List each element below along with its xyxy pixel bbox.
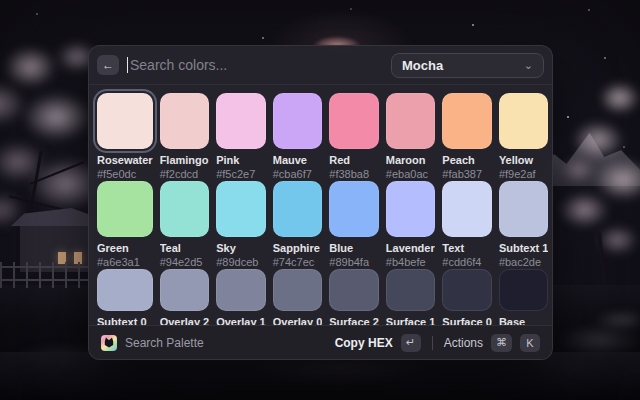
extension-name: Search Palette: [125, 336, 204, 350]
color-swatch: [499, 181, 549, 237]
color-swatch: [273, 93, 323, 149]
color-swatch-cell[interactable]: Yellow#f9e2af: [499, 93, 549, 181]
color-swatch: [442, 181, 492, 237]
actions-button[interactable]: Actions: [444, 336, 483, 350]
color-swatch-cell[interactable]: Maroon#eba0ac: [386, 93, 436, 181]
color-swatch-cell[interactable]: Peach#fab387: [442, 93, 492, 181]
swatch-name: Mauve: [273, 154, 323, 167]
copy-hex-button[interactable]: Copy HEX: [335, 336, 393, 350]
color-swatch-cell[interactable]: Text#cdd6f4: [442, 181, 492, 269]
color-swatch-cell[interactable]: Overlay 0: [273, 269, 323, 325]
color-swatch: [273, 269, 323, 311]
swatch-hex: #74c7ec: [273, 256, 323, 269]
swatch-name: Base: [499, 316, 549, 325]
color-swatch-cell[interactable]: Blue#89b4fa: [329, 181, 379, 269]
color-swatch-cell[interactable]: Surface 1: [386, 269, 436, 325]
swatch-hex: #f2cdcd: [160, 168, 210, 181]
swatch-name: Red: [329, 154, 379, 167]
swatch-hex: #f5e0dc: [97, 168, 153, 181]
color-swatch-cell[interactable]: Subtext 0: [97, 269, 153, 325]
color-swatch-cell[interactable]: Overlay 2: [160, 269, 210, 325]
color-swatch: [216, 181, 266, 237]
swatch-name: Rosewater: [97, 154, 153, 167]
color-swatch-cell[interactable]: Surface 2: [329, 269, 379, 325]
catppuccin-logo-icon: [101, 335, 117, 351]
back-button[interactable]: ←: [97, 55, 119, 75]
swatch-name: Subtext 0: [97, 316, 153, 325]
search-input[interactable]: [130, 57, 383, 73]
cmd-key-icon[interactable]: ⌘: [491, 334, 512, 352]
swatch-name: Blue: [329, 242, 379, 255]
swatch-name: Yellow: [499, 154, 549, 167]
swatch-hex: #89dceb: [216, 256, 266, 269]
footer-divider: [432, 336, 433, 350]
color-swatch-cell[interactable]: Overlay 1: [216, 269, 266, 325]
color-swatch-cell[interactable]: Mauve#cba6f7: [273, 93, 323, 181]
swatch-hex: #cdd6f4: [442, 256, 492, 269]
color-swatch-cell[interactable]: Red#f38ba8: [329, 93, 379, 181]
swatch-hex: #b4befe: [386, 256, 436, 269]
color-grid: Rosewater#f5e0dcFlamingo#f2cdcdPink#f5c2…: [89, 85, 552, 325]
enter-key-icon[interactable]: ↵: [401, 334, 421, 352]
search-header: ← Mocha ⌄: [89, 46, 552, 85]
color-swatch-cell[interactable]: Pink#f5c2e7: [216, 93, 266, 181]
color-swatch-cell[interactable]: Rosewater#f5e0dc: [97, 93, 153, 181]
swatch-hex: #a6e3a1: [97, 256, 153, 269]
color-swatch-cell[interactable]: Sapphire#74c7ec: [273, 181, 323, 269]
moon-reflection: [250, 356, 430, 386]
action-bar: Search Palette Copy HEX ↵ Actions ⌘ K: [89, 325, 552, 359]
color-swatch: [442, 93, 492, 149]
color-swatch: [273, 181, 323, 237]
color-swatch: [160, 93, 210, 149]
swatch-name: Text: [442, 242, 492, 255]
color-swatch: [329, 181, 379, 237]
color-swatch-cell[interactable]: Sky#89dceb: [216, 181, 266, 269]
color-swatch: [386, 93, 436, 149]
back-arrow-icon: ←: [102, 58, 114, 72]
swatch-name: Sapphire: [273, 242, 323, 255]
color-swatch-cell[interactable]: Teal#94e2d5: [160, 181, 210, 269]
text-caret: [127, 57, 128, 73]
color-swatch-cell[interactable]: Lavender#b4befe: [386, 181, 436, 269]
color-swatch: [386, 181, 436, 237]
swatch-hex: #bac2de: [499, 256, 549, 269]
cherry-tree-right: [548, 58, 640, 273]
swatch-hex: #f38ba8: [329, 168, 379, 181]
swatch-hex: #89b4fa: [329, 256, 379, 269]
color-swatch-cell[interactable]: Subtext 1#bac2de: [499, 181, 549, 269]
flavor-dropdown-value: Mocha: [402, 58, 443, 73]
color-swatch: [386, 269, 436, 311]
color-swatch: [216, 269, 266, 311]
swatch-name: Maroon: [386, 154, 436, 167]
color-swatch-cell[interactable]: Green#a6e3a1: [97, 181, 153, 269]
swatch-hex: #eba0ac: [386, 168, 436, 181]
color-swatch: [329, 269, 379, 311]
color-swatch: [97, 181, 153, 237]
swatch-name: Surface 2: [329, 316, 379, 325]
color-swatch: [442, 269, 492, 311]
swatch-name: Peach: [442, 154, 492, 167]
search-field-wrap: [127, 57, 383, 73]
color-swatch-cell[interactable]: Base: [499, 269, 549, 325]
swatch-hex: #f5c2e7: [216, 168, 266, 181]
swatch-name: Surface 0: [442, 316, 492, 325]
k-key-icon[interactable]: K: [520, 334, 540, 352]
swatch-name: Flamingo: [160, 154, 210, 167]
swatch-name: Green: [97, 242, 153, 255]
swatch-name: Overlay 1: [216, 316, 266, 325]
swatch-hex: #f9e2af: [499, 168, 549, 181]
swatch-hex: #cba6f7: [273, 168, 323, 181]
swatch-name: Subtext 1: [499, 242, 549, 255]
color-swatch-cell[interactable]: Flamingo#f2cdcd: [160, 93, 210, 181]
swatch-hex: #fab387: [442, 168, 492, 181]
color-swatch-cell[interactable]: Surface 0: [442, 269, 492, 325]
swatch-name: Surface 1: [386, 316, 436, 325]
color-search-window: ← Mocha ⌄ Rosewater#f5e0dcFlamingo#f2cdc…: [88, 45, 553, 360]
color-swatch: [499, 269, 549, 311]
color-swatch: [97, 93, 153, 149]
swatch-name: Pink: [216, 154, 266, 167]
flavor-dropdown[interactable]: Mocha ⌄: [391, 53, 544, 78]
swatch-name: Lavender: [386, 242, 436, 255]
swatch-hex: #94e2d5: [160, 256, 210, 269]
swatch-name: Teal: [160, 242, 210, 255]
